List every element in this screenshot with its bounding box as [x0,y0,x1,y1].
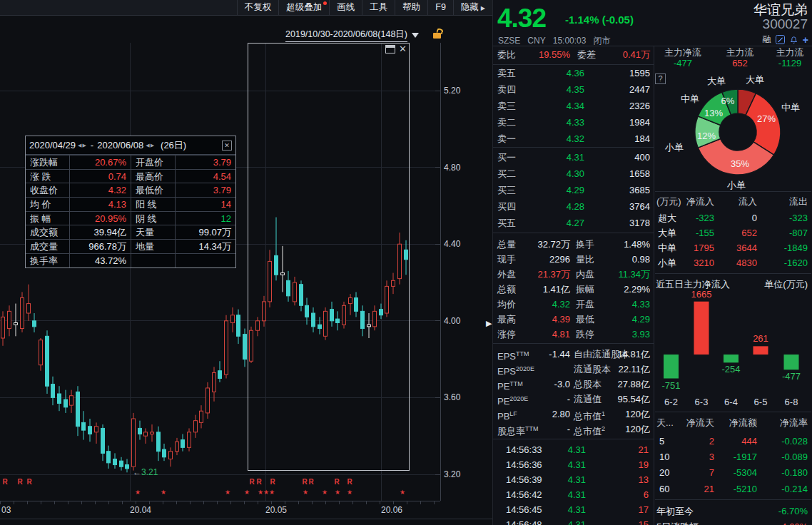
market-status: 闭市 [593,36,610,46]
tick-row[interactable]: 14:56:454.3117 [493,502,654,517]
tick-volume: 19 [639,457,649,472]
stat-label: 成交额 [26,225,70,239]
main-flow-label: 主力流 [715,47,765,58]
stat-row[interactable]: 涨停4.81跌停3.93 [493,327,654,342]
range-stats-title: 2020/04/29 ◀▶ - 2020/06/08 ◀▶ (26日) ✕ [26,136,235,155]
flow-table-row: 小单32104830-1620 [654,255,812,270]
stat-value: 21.37万 [537,267,570,282]
chart-selection-box[interactable]: ✕ [248,43,410,471]
close-selection-icon[interactable]: ✕ [399,45,407,53]
chevron-down-icon[interactable] [412,33,419,38]
main-flow-value: 652 [715,58,765,68]
fundamental-row[interactable]: EPS2020E流通股本22.11亿 [493,362,654,377]
restore-window-icon[interactable] [385,45,395,53]
range-to-steppers-icon[interactable]: ◀▶ [146,143,155,148]
candle [51,384,55,398]
bid-row[interactable]: 买五4.273178 [493,215,654,230]
alert-bell-icon[interactable] [789,35,798,44]
bid-row[interactable]: 买四4.283764 [493,199,654,214]
period-table-header: 天...净流天净流额净流率 [654,415,812,430]
weibi-row[interactable]: 委比19.55%委差0.41万 [493,47,654,62]
toolbar-item-F9[interactable]: F9 [427,0,453,15]
stat-row[interactable]: 均价4.32开盘4.33 [493,297,654,312]
fundamental-row[interactable]: 股息率TTM-总市值2120亿 [493,422,654,437]
toolbar-item-label: 隐藏 [461,2,479,12]
close-icon[interactable]: ✕ [222,141,232,151]
tick-volume: 21 [639,442,649,457]
toolbar-item-超级叠加[interactable]: 超级叠加 [278,0,329,15]
tick-row[interactable]: 14:56:364.3119 [493,457,654,472]
fundamental-value: 120亿 [625,422,650,437]
flow-table-row: 中单17953644-1849 [654,240,812,255]
main-flow-value: -1129 [765,58,812,68]
svg-text:R: R [347,478,352,486]
divider [493,439,654,439]
ask-volume: 2447 [629,82,650,97]
divider [655,191,811,192]
column-header: (万元) [656,194,681,209]
stat-value: 4.39 [552,312,570,327]
svg-text:★: ★ [269,489,275,496]
stat-value: 0.74 [70,169,131,183]
tick-volume: 13 [639,472,649,487]
candle [95,427,98,432]
fundamental-row[interactable]: PE2020E-流通值95.54亿 [493,392,654,407]
ytd-label: 年初至今 [656,504,694,519]
bid-price: 4.31 [567,150,584,165]
toolbar-item-工具[interactable]: 工具 [362,0,395,15]
stock-code: 300027 [763,16,808,32]
net-flow-rate: -0.028 [781,434,808,449]
add-to-watchlist-icon[interactable]: + [803,34,808,46]
stat-row[interactable]: 总量32.72万换手1.48% [493,237,654,252]
period-days: 60 [659,481,669,496]
ask-row[interactable]: 卖四4.352447 [493,82,654,97]
ask-volume: 1595 [629,66,650,81]
stat-row[interactable]: 总额1.41亿振幅2.29% [493,282,654,297]
candle [176,442,179,451]
toolbar-item-不复权[interactable]: 不复权 [237,0,279,15]
tick-row[interactable]: 14:56:424.316 [493,487,654,502]
ask-row[interactable]: 卖三4.342326 [493,98,654,113]
edit-icon[interactable] [776,35,785,44]
flow-out: -1849 [784,240,808,255]
candle [64,399,68,407]
net-flow-rate: -0.214 [781,481,808,496]
candle [58,394,61,403]
svg-text:6-3: 6-3 [695,397,709,407]
candle [243,335,247,360]
tick-row[interactable]: 14:56:334.3121 [493,442,654,457]
ask-row[interactable]: 卖二4.331984 [493,115,654,130]
flow-in: 652 [741,225,757,240]
bid-row[interactable]: 买一4.31400 [493,150,654,165]
stat-label: 最低 [576,312,594,327]
range-stats-popup: 2020/04/29 ◀▶ - 2020/06/08 ◀▶ (26日) ✕ 涨跌… [25,136,236,268]
period-table-row: 6021-5210-0.214 [654,481,812,496]
fundamental-row[interactable]: PETTM-3.0总股本27.88亿 [493,377,654,392]
range-from-steppers-icon[interactable]: ◀▶ [78,143,87,148]
svg-text:中单: 中单 [681,93,699,104]
ask-volume: 1984 [629,115,650,130]
bid-level-label: 买三 [497,183,516,198]
tick-row[interactable]: 14:56:484.3115 [493,517,654,525]
fundamental-row[interactable]: PBLF2.80总市值1120亿 [493,407,654,422]
panel-collapse-arrow[interactable]: ▶ [486,319,492,328]
toolbar-item-隐藏[interactable]: 隐藏▶ [453,0,492,15]
date-range-selector[interactable]: 2019/10/30-2020/06/08(148日) [285,29,407,42]
fundamental-row[interactable]: EPSTTM-1.44自由流通股本14.81亿 [493,347,654,362]
weicha-label: 委差 [577,47,596,62]
bid-row[interactable]: 买二4.301658 [493,166,654,181]
ask-level-label: 卖五 [497,66,516,81]
stat-row[interactable]: 外盘21.37万内盘11.34万 [493,267,654,282]
toolbar-item-画线[interactable]: 画线 [329,0,362,15]
tick-row[interactable]: 14:56:394.3113 [493,472,654,487]
ask-row[interactable]: 卖五4.361595 [493,66,654,81]
ask-row[interactable]: 卖一4.32184 [493,131,654,146]
svg-text:★: ★ [303,489,308,496]
stat-row[interactable]: 最高4.39最低4.29 [493,312,654,327]
stat-row[interactable]: 现手2296量比0.98 [493,252,654,267]
stat-label: 跌停 [576,327,594,342]
tick-price: 4.31 [568,442,586,457]
unlock-icon[interactable] [433,33,441,39]
bid-row[interactable]: 买三4.293685 [493,183,654,198]
toolbar-item-帮助[interactable]: 帮助 [395,0,427,15]
